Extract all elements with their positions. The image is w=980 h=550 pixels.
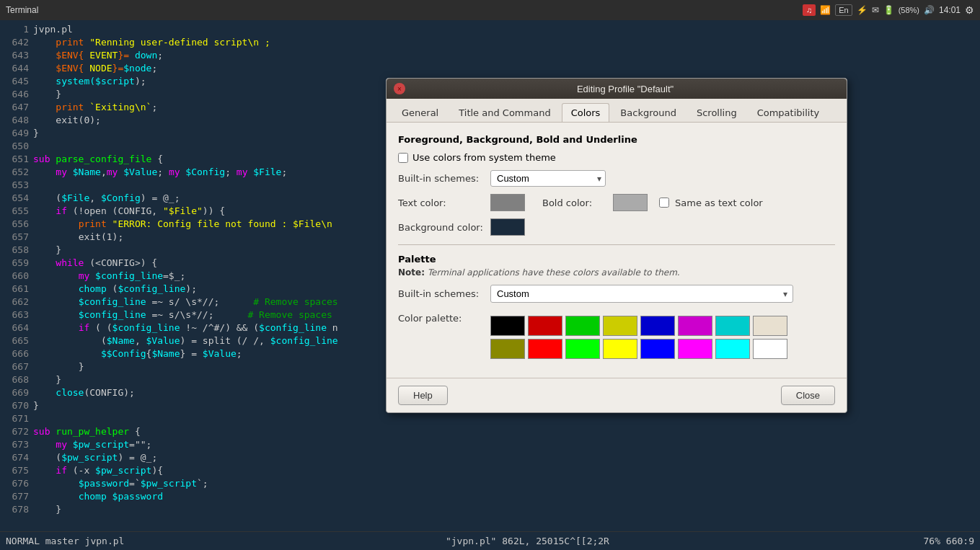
palette-cell[interactable]	[753, 316, 787, 336]
builtin-schemes-label: Built-in schemes:	[398, 173, 485, 184]
tab-colors[interactable]: Colors	[562, 103, 610, 122]
palette-cell[interactable]	[715, 339, 750, 359]
text-color-label: Text color:	[398, 198, 485, 208]
use-system-colors-row: Use colors from system theme	[398, 152, 835, 163]
same-as-text-checkbox[interactable]	[659, 198, 669, 208]
use-system-colors-label: Use colors from system theme	[412, 152, 556, 163]
code-line: 678 }	[6, 503, 974, 516]
bold-color-swatch[interactable]	[613, 194, 648, 211]
palette-cell[interactable]	[528, 339, 562, 359]
section-divider	[398, 244, 835, 245]
code-line: 1jvpn.pl	[6, 23, 974, 36]
color-palette-row: Color palette:	[398, 310, 835, 359]
builtin-schemes-select[interactable]: Custom	[490, 170, 606, 187]
palette-cell[interactable]	[490, 316, 525, 336]
palette-note-bold: Note:	[398, 267, 425, 278]
color-palette-grid	[490, 316, 787, 359]
bluetooth-icon: ⚡	[857, 5, 868, 15]
code-line: 676 $password=`$pw_script`;	[6, 477, 974, 490]
dialog-title: Editing Profile "Default"	[411, 84, 839, 94]
same-as-text-label: Same as text color	[675, 198, 763, 208]
palette-note: Note: Terminal applications have these c…	[398, 267, 835, 278]
tab-scrolling[interactable]: Scrolling	[687, 103, 746, 122]
text-color-swatch[interactable]	[490, 194, 525, 211]
palette-schemes-select[interactable]: Custom	[490, 285, 793, 303]
code-line: 644 $ENV{ NODE}=$node;	[6, 62, 974, 75]
code-line: 673 my $pw_script="";	[6, 438, 974, 451]
bg-color-swatch[interactable]	[490, 218, 525, 236]
code-line: 642 print "Renning user-defined script\n…	[6, 36, 974, 49]
volume-icon: 🔊	[924, 5, 935, 15]
battery-icon: 🔋	[883, 5, 894, 15]
text-color-row: Text color: Bold color: Same as text col…	[398, 194, 835, 211]
bg-color-row: Background color:	[398, 218, 835, 236]
palette-cell[interactable]	[528, 316, 562, 336]
code-line: 674 ($pw_script) = @_;	[6, 451, 974, 464]
builtin-schemes-dropdown-wrap: Custom	[490, 170, 606, 187]
code-line: 675 if (-x $pw_script){	[6, 464, 974, 477]
close-button[interactable]: Close	[781, 386, 835, 405]
bold-color-label: Bold color:	[542, 198, 607, 208]
email-icon: ✉	[872, 5, 879, 15]
builtin-schemes-row: Built-in schemes: Custom	[398, 170, 835, 187]
palette-note-text: Terminal applications have these colors …	[428, 267, 680, 278]
battery-percent: (58%)	[899, 6, 919, 14]
code-line: 671	[6, 412, 974, 425]
scroll-percent: 76% 660:9	[924, 536, 974, 546]
bg-color-label: Background color:	[398, 222, 485, 233]
code-line: 677 chomp $password	[6, 490, 974, 503]
palette-cell[interactable]	[640, 339, 675, 359]
palette-row-2	[490, 339, 787, 359]
palette-cell[interactable]	[565, 339, 600, 359]
palette-cell[interactable]	[603, 316, 637, 336]
tab-general[interactable]: General	[392, 103, 448, 122]
clock: 14:01	[939, 5, 961, 15]
palette-cell[interactable]	[678, 316, 712, 336]
palette-cell[interactable]	[715, 316, 750, 336]
use-system-colors-checkbox[interactable]	[398, 153, 408, 163]
palette-cell[interactable]	[640, 316, 675, 336]
palette-cell[interactable]	[565, 316, 600, 336]
file-info: "jvpn.pl" 862L, 25015C^[[2;2R	[446, 536, 609, 546]
help-button[interactable]: Help	[398, 386, 448, 405]
color-palette-label: Color palette:	[398, 310, 485, 324]
palette-cell[interactable]	[490, 339, 525, 359]
status-bar: NORMAL master jvpn.pl "jvpn.pl" 862L, 25…	[0, 531, 980, 550]
palette-row-1	[490, 316, 787, 336]
palette-schemes-row: Built-in schemes: Custom	[398, 285, 835, 303]
dialog-titlebar: × Editing Profile "Default"	[387, 79, 847, 99]
palette-schemes-label: Built-in schemes:	[398, 288, 485, 299]
code-line: 643 $ENV{ EVENT}= down;	[6, 49, 974, 62]
settings-icon[interactable]: ⚙	[965, 4, 974, 16]
profile-dialog: × Editing Profile "Default" General Titl…	[386, 78, 847, 413]
dialog-footer: Help Close	[387, 378, 847, 412]
dialog-tabs: General Title and Command Colors Backgro…	[387, 99, 847, 123]
palette-cell[interactable]	[753, 339, 787, 359]
wifi-icon: 📶	[820, 5, 831, 15]
keyboard-lang[interactable]: En	[835, 4, 852, 16]
tab-title-command[interactable]: Title and Command	[449, 103, 560, 122]
terminal-title: Terminal	[6, 5, 38, 15]
dialog-content: Foreground, Background, Bold and Underli…	[387, 123, 847, 378]
system-bar: Terminal ♫ 📶 En ⚡ ✉ 🔋 (58%) 🔊 14:01 ⚙	[0, 0, 980, 20]
palette-cell[interactable]	[603, 339, 637, 359]
palette-dropdown-wrap: Custom	[490, 285, 793, 303]
vim-mode: NORMAL master jvpn.pl	[6, 536, 124, 546]
dialog-close-button[interactable]: ×	[394, 83, 405, 94]
tab-background[interactable]: Background	[611, 103, 686, 122]
palette-cell[interactable]	[678, 339, 712, 359]
tab-compatibility[interactable]: Compatibility	[748, 103, 829, 122]
music-icon[interactable]: ♫	[803, 4, 816, 16]
code-line: 672sub run_pw_helper {	[6, 425, 974, 438]
fg-bg-section-title: Foreground, Background, Bold and Underli…	[398, 134, 835, 145]
palette-section-title: Palette	[398, 254, 835, 265]
